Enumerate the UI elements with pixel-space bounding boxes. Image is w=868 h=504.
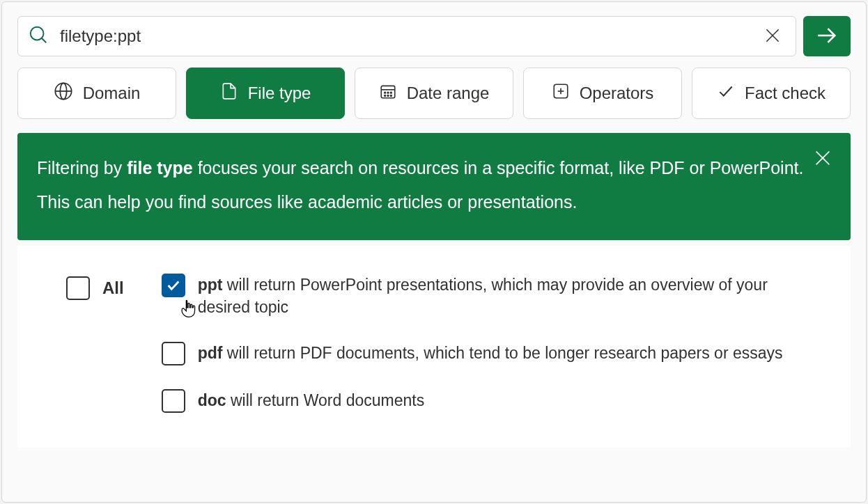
search-panel: Domain File type Date range <box>1 1 867 503</box>
svg-point-14 <box>387 95 389 97</box>
submit-search-button[interactable] <box>803 16 851 56</box>
banner-text: Filtering by file type focuses your sear… <box>37 158 803 212</box>
option-text: pdf will return PDF documents, which ten… <box>198 342 783 364</box>
clear-search-button[interactable] <box>759 22 786 51</box>
filter-label: Domain <box>83 84 141 103</box>
filter-domain[interactable]: Domain <box>17 68 176 119</box>
globe-icon <box>54 81 73 105</box>
calendar-icon <box>379 82 397 104</box>
search-icon <box>28 24 49 48</box>
checkbox-doc[interactable] <box>162 389 185 413</box>
checkbox-all[interactable] <box>66 276 90 300</box>
search-bar <box>17 16 851 56</box>
option-text: doc will return Word documents <box>198 389 425 411</box>
all-option: All <box>66 274 124 300</box>
arrow-right-icon <box>815 24 839 49</box>
search-input-wrap <box>17 16 796 56</box>
svg-point-11 <box>387 92 389 93</box>
options-column: ppt will return PowerPoint presentations… <box>162 274 809 413</box>
filter-label: File type <box>248 84 311 103</box>
svg-point-13 <box>384 95 385 97</box>
svg-point-10 <box>384 92 385 93</box>
filter-daterange[interactable]: Date range <box>355 68 513 119</box>
file-icon <box>220 82 238 104</box>
filter-label: Operators <box>580 84 654 103</box>
option-pdf: pdf will return PDF documents, which ten… <box>162 342 809 365</box>
checkbox-ppt[interactable] <box>162 274 185 297</box>
filter-label: Fact check <box>745 84 826 103</box>
svg-line-1 <box>42 38 46 42</box>
plus-box-icon <box>552 82 570 104</box>
check-icon <box>717 82 735 104</box>
filter-operators[interactable]: Operators <box>523 68 682 119</box>
all-label: All <box>102 278 124 298</box>
close-icon <box>813 159 832 170</box>
filter-filetype[interactable]: File type <box>186 68 345 119</box>
filter-factcheck[interactable]: Fact check <box>692 68 851 119</box>
svg-point-0 <box>31 27 44 40</box>
filetype-options: All ppt will return PowerPoint presentat… <box>17 246 851 448</box>
option-text: ppt will return PowerPoint presentations… <box>198 274 809 318</box>
close-icon <box>764 26 782 47</box>
option-doc: doc will return Word documents <box>162 389 809 413</box>
svg-point-12 <box>390 92 392 93</box>
filter-label: Date range <box>407 84 490 103</box>
filter-row: Domain File type Date range <box>17 68 851 119</box>
option-ppt: ppt will return PowerPoint presentations… <box>162 274 809 318</box>
svg-point-15 <box>390 95 392 97</box>
info-banner: Filtering by file type focuses your sear… <box>17 133 851 240</box>
close-banner-button[interactable] <box>810 145 835 173</box>
search-input[interactable] <box>60 26 748 46</box>
checkbox-pdf[interactable] <box>162 342 185 365</box>
